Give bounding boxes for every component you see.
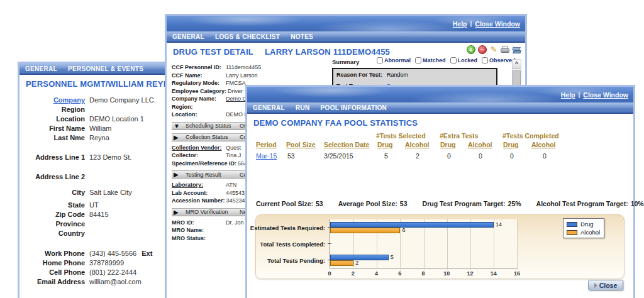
company-label[interactable]: Company [19,96,85,105]
menu-item-general[interactable]: GENERAL [172,33,204,40]
cell-drug-selected: 5 [377,152,396,160]
stat-alcohol-test-program-target: Alcohol Test Program Target:10% [536,200,644,207]
bar-line: 2 [330,260,517,266]
form-row: Cell Phone(801) 222-2444 [19,268,167,277]
cell-alcohol-selected: 2 [408,152,427,160]
stat-label: Average Pool Size: [338,200,397,207]
column-header-alcohol-extra[interactable]: Alcohol [468,141,492,148]
pool-statistics-table: #Tests Selected #Extra Tests #Tests Comp… [247,132,633,161]
country-label: Country [19,229,85,238]
bar-value-label: 6 [402,228,405,233]
first-name-label: First Name [19,124,85,133]
company-name-label: Company Name: [172,95,225,103]
locked-checkbox[interactable] [450,57,457,63]
x-axis-tick-label: 14 [491,270,497,277]
specimen-reference-id-label: Specimen/Reference ID: [172,160,236,168]
accession-number-label: Accession Number: [172,197,225,205]
period-link[interactable]: Mar-15 [256,152,277,160]
column-header-drug-extra[interactable]: Drug [440,141,456,148]
last-nme-value: Reyna [89,133,109,143]
x-axis-tick-label: 6 [398,270,401,277]
column-header-alcohol-selected[interactable]: Alcohol [405,141,430,148]
menu-item-run[interactable]: RUN [296,104,310,111]
form-row: Zip Code84415 [19,210,167,219]
location-value: DEMO Location 1 [89,114,144,124]
bar-line: 14 [330,222,517,228]
mro-status-value [225,235,226,243]
personnel-form: CompanyDemo Company LLC.RegionLocationDE… [19,92,167,287]
bar-value-label: 5 [391,255,394,260]
chart-category-labels: Estimated Tests Required:Total Tests Com… [256,219,328,268]
menu-item-general[interactable]: GENERAL [253,104,285,111]
column-header-selection-date[interactable]: Selection Date [324,141,369,148]
abnormal-checkbox-label: Abnormal [384,57,411,63]
menu-item-general[interactable]: GENERAL [25,65,57,72]
column-header-alcohol-completed[interactable]: Alcohol [531,141,556,148]
email-address-value: william@aol.com [89,277,142,287]
form-row: First NameWilliam [19,124,167,133]
menu-item-pool-information[interactable]: POOL INFORMATION [321,104,387,111]
x-axis-tick-label: 2 [352,270,355,277]
cell-phone-value: (801) 222-2444 [89,268,136,277]
menu-item-logs-checklist[interactable]: LOGS & CHECKLIST [215,33,280,40]
scroll-up-icon[interactable]: ^ [513,60,521,69]
column-header-drug-completed[interactable]: Drug [503,141,519,148]
address-line-1-label: Address Line 1 [19,153,85,162]
cell-phone-label: Cell Phone [19,268,85,277]
export-icon[interactable] [512,45,521,54]
close-button[interactable]: Close [588,280,623,290]
personnel-window: GENERALPERSONNEL & EVENTS PERSONNEL MGMT… [18,62,169,298]
stat-value: 10% [631,200,644,207]
column-header-drug-selected[interactable]: Drug [377,141,393,148]
remove-icon[interactable]: − [478,45,487,54]
stat-label: Drug Test Program Target: [423,200,506,207]
regulatory-mode-label: Regulatory Mode: [172,79,225,87]
help-link[interactable]: Help [561,91,575,99]
legend-item-drug: Drug [567,221,600,228]
close-window-link[interactable]: Close Window [583,91,628,99]
menu-item-personnel-events[interactable]: PERSONNEL & EVENTS [68,65,143,72]
matched-checkbox-label: Matched [423,57,446,63]
group-header-tests-selected: #Tests Selected [376,132,426,140]
form-row: Region [19,105,167,114]
last-nme-label: Last Nme [19,133,85,143]
print-icon[interactable] [501,45,509,54]
desktop: { "personnel_window": { "menu": ["GENERA… [0,0,644,298]
observed-checkbox[interactable] [482,57,488,63]
section-title: Collection Status [186,134,237,140]
edit-pencil-icon[interactable]: ✎ [489,45,498,54]
email-address-label: Email Address [19,277,85,287]
laboratory-label[interactable]: Laboratory: [172,181,225,189]
employee-category-value: Driver [226,87,243,96]
close-button-label: Close [599,282,618,289]
column-header-pool-size[interactable]: Pool Size [286,141,316,148]
form-row: CitySalt Lake City [19,188,167,197]
legend-label: Drug [580,221,594,228]
stat-label: Current Pool Size: [256,200,313,207]
drug-bar [330,255,389,260]
drug-test-titlebar: Help | Close Window [167,16,525,31]
pool-statistics-chart: Estimated Tests Required:Total Tests Com… [255,214,625,279]
abnormal-checkbox[interactable] [377,57,383,63]
collector-label: Collector: [172,152,225,160]
menu-item-notes[interactable]: NOTES [291,33,313,40]
stat-current-pool-size: Current Pool Size:53 [256,200,323,207]
chart-category-label: Total Tests Completed: [256,236,328,252]
close-window-link[interactable]: Close Window [475,20,520,28]
chart-legend: DrugAlcohol [563,218,604,238]
stat-value: 53 [316,200,323,207]
company-value: Demo Company LLC. [89,96,156,105]
reason-for-test-label: Reason For Test: [336,71,387,79]
collection-vendor-label[interactable]: Collection Vendor: [172,144,225,152]
alcohol-bar [330,260,353,266]
form-row: Home Phone378789999 [19,258,167,268]
add-icon[interactable]: + [467,45,475,54]
matched-checkbox[interactable] [415,57,421,63]
pool-summary-stats: Current Pool Size:53Average Pool Size:53… [256,200,633,207]
lab-account-label: Lab Account: [172,189,225,197]
chart-gridline [517,219,518,270]
form-row: Last NmeReyna [19,133,167,143]
help-link[interactable]: Help [453,20,467,28]
column-header-period[interactable]: Period [256,141,277,148]
bar-line [330,244,517,250]
